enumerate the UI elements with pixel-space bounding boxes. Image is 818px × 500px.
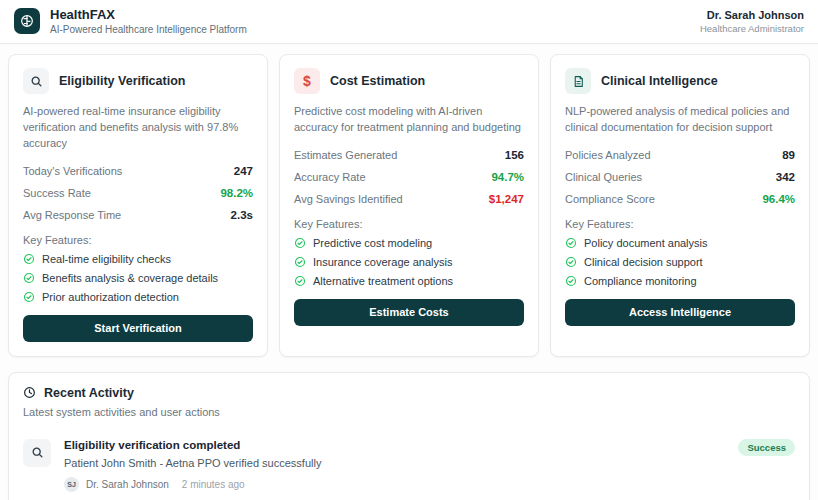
feature-item: Prior authorization detection [23,291,253,303]
card-description: AI-powered real-time insurance eligibili… [23,104,253,152]
stat-value: 342 [776,171,795,183]
feature-item: Insurance coverage analysis [294,256,524,268]
stat-row: Today's Verifications 247 [23,165,253,177]
stat-row: Success Rate 98.2% [23,187,253,199]
brand: HealthFAX AI-Powered Healthcare Intellig… [14,7,247,35]
activity-row: Eligibility verification completed Patie… [23,439,795,492]
feature-cards: Eligibility Verification AI-powered real… [8,54,810,357]
check-circle-icon [23,291,35,303]
stat-row: Policies Analyzed 89 [565,149,795,161]
panel-subtitle: Latest system activities and user action… [23,406,795,418]
stat-value: 94.7% [491,171,524,183]
stat-value: $1,247 [489,193,524,205]
activity-user: Dr. Sarah Johnson [86,479,169,490]
access-intelligence-button[interactable]: Access Intelligence [565,299,795,326]
brand-text: HealthFAX AI-Powered Healthcare Intellig… [50,7,247,35]
estimate-costs-button[interactable]: Estimate Costs [294,299,524,326]
stat-row: Clinical Queries 342 [565,171,795,183]
check-circle-icon [565,275,577,287]
stat-row: Avg Savings Identified $1,247 [294,193,524,205]
stat-value: 96.4% [762,193,795,205]
avatar: SJ [64,477,79,492]
feature-item: Compliance monitoring [565,275,795,287]
key-features-label: Key Features: [23,234,253,246]
check-circle-icon [23,253,35,265]
app-subtitle: AI-Powered Healthcare Intelligence Platf… [50,24,247,35]
recent-activity-panel: Recent Activity Latest system activities… [8,372,810,500]
check-circle-icon [294,256,306,268]
start-verification-button[interactable]: Start Verification [23,315,253,342]
stat-row: Avg Response Time 2.3s [23,209,253,221]
feature-item: Benefits analysis & coverage details [23,272,253,284]
stat-value: 156 [505,149,524,161]
stat-value: 98.2% [220,187,253,199]
check-circle-icon [565,237,577,249]
document-icon [565,68,591,94]
top-header: HealthFAX AI-Powered Healthcare Intellig… [0,0,818,44]
user-name: Dr. Sarah Johnson [700,9,804,21]
stat-value: 247 [234,165,253,177]
card-clinical-intelligence: Clinical Intelligence NLP-powered analys… [550,54,810,357]
app-title: HealthFAX [50,7,247,22]
card-cost-estimation: $ Cost Estimation Predictive cost modeli… [279,54,539,357]
activity-time: 2 minutes ago [182,479,245,490]
check-circle-icon [294,275,306,287]
brain-logo-icon [14,8,40,34]
stat-row: Estimates Generated 156 [294,149,524,161]
feature-item: Clinical decision support [565,256,795,268]
feature-item: Alternative treatment options [294,275,524,287]
feature-item: Policy document analysis [565,237,795,249]
dollar-icon: $ [294,68,320,94]
activity-title: Eligibility verification completed [64,439,321,451]
card-title: Clinical Intelligence [601,74,718,88]
stat-value: 89 [782,149,795,161]
stat-value: 2.3s [231,209,253,221]
check-circle-icon [565,256,577,268]
search-icon [23,68,49,94]
activity-description: Patient John Smith - Aetna PPO verified … [64,457,321,469]
clock-icon [23,386,36,399]
card-description: Predictive cost modeling with AI-driven … [294,104,524,136]
feature-item: Real-time eligibility checks [23,253,253,265]
stat-row: Compliance Score 96.4% [565,193,795,205]
user-info: Dr. Sarah Johnson Healthcare Administrat… [700,9,804,34]
card-title: Cost Estimation [330,74,425,88]
check-circle-icon [294,237,306,249]
search-icon [23,439,51,467]
feature-item: Predictive cost modeling [294,237,524,249]
card-title: Eligibility Verification [59,74,185,88]
key-features-label: Key Features: [294,218,524,230]
user-role: Healthcare Administrator [700,23,804,34]
stat-row: Accuracy Rate 94.7% [294,171,524,183]
panel-title: Recent Activity [44,386,134,400]
status-badge: Success [738,439,795,456]
check-circle-icon [23,272,35,284]
card-description: NLP-powered analysis of medical policies… [565,104,795,136]
card-eligibility-verification: Eligibility Verification AI-powered real… [8,54,268,357]
key-features-label: Key Features: [565,218,795,230]
